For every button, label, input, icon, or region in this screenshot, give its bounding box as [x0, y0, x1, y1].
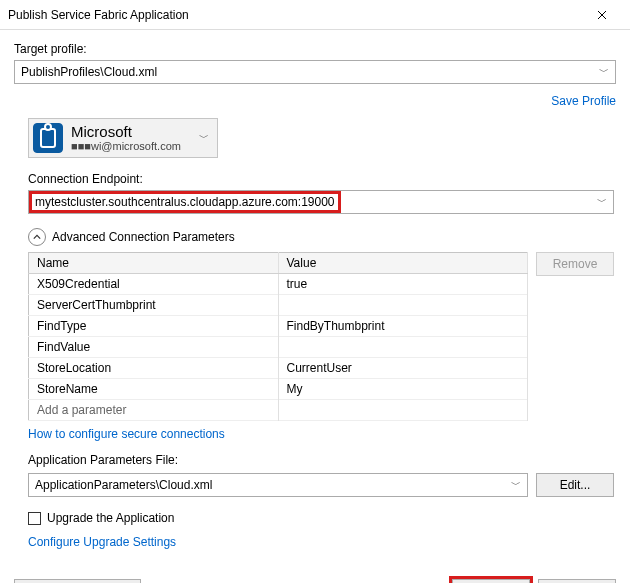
account-badge-icon	[33, 123, 63, 153]
app-params-value: ApplicationParameters\Cloud.xml	[35, 478, 212, 492]
table-row[interactable]: X509Credentialtrue	[29, 274, 528, 295]
table-row[interactable]: Add a parameter	[29, 400, 528, 421]
account-name: Microsoft	[71, 123, 181, 140]
app-params-label: Application Parameters File:	[28, 453, 614, 467]
col-name[interactable]: Name	[29, 253, 279, 274]
remove-button: Remove	[536, 252, 614, 276]
advanced-params-toggle[interactable]: Advanced Connection Parameters	[28, 228, 614, 246]
publish-button[interactable]: Publish	[452, 579, 530, 583]
target-profile-label: Target profile:	[14, 42, 616, 56]
save-profile-link[interactable]: Save Profile	[551, 94, 616, 108]
table-row[interactable]: StoreLocationCurrentUser	[29, 358, 528, 379]
title-bar: Publish Service Fabric Application	[0, 0, 630, 30]
configure-upgrade-link[interactable]: Configure Upgrade Settings	[28, 535, 176, 549]
advanced-params-table: Name Value X509Credentialtrue ServerCert…	[28, 252, 528, 421]
close-icon	[597, 10, 607, 20]
table-row[interactable]: FindTypeFindByThumbprint	[29, 316, 528, 337]
advanced-params-title: Advanced Connection Parameters	[52, 230, 235, 244]
app-params-dropdown[interactable]: ApplicationParameters\Cloud.xml ﹀	[28, 473, 528, 497]
target-profile-value: PublishProfiles\Cloud.xml	[21, 65, 157, 79]
col-value[interactable]: Value	[278, 253, 528, 274]
upgrade-checkbox[interactable]: Upgrade the Application	[28, 511, 614, 525]
secure-connections-help-link[interactable]: How to configure secure connections	[28, 427, 225, 441]
chevron-down-icon: ﹀	[199, 131, 209, 145]
table-row[interactable]: FindValue	[29, 337, 528, 358]
upgrade-checkbox-label: Upgrade the Application	[47, 511, 174, 525]
table-header-row: Name Value	[29, 253, 528, 274]
table-row[interactable]: ServerCertThumbprint	[29, 295, 528, 316]
connection-endpoint-combo[interactable]: mytestcluster.southcentralus.cloudapp.az…	[28, 190, 614, 214]
connection-endpoint-value: mytestcluster.southcentralus.cloudapp.az…	[31, 193, 339, 211]
chevron-up-icon	[28, 228, 46, 246]
account-picker[interactable]: Microsoft ■■■wi@microsoft.com ﹀	[28, 118, 218, 158]
window-title: Publish Service Fabric Application	[8, 8, 582, 22]
chevron-down-icon: ﹀	[511, 478, 521, 492]
chevron-down-icon: ﹀	[597, 195, 607, 209]
table-row[interactable]: StoreNameMy	[29, 379, 528, 400]
manifest-versions-button[interactable]: Manifest Versions...	[14, 579, 141, 583]
checkbox-icon	[28, 512, 41, 525]
edit-button[interactable]: Edit...	[536, 473, 614, 497]
close-button[interactable]	[582, 2, 622, 28]
chevron-down-icon: ﹀	[599, 65, 609, 79]
connection-endpoint-label: Connection Endpoint:	[28, 172, 614, 186]
target-profile-dropdown[interactable]: PublishProfiles\Cloud.xml ﹀	[14, 60, 616, 84]
cancel-button[interactable]: Cancel	[538, 579, 616, 583]
account-email: ■■■wi@microsoft.com	[71, 140, 181, 153]
